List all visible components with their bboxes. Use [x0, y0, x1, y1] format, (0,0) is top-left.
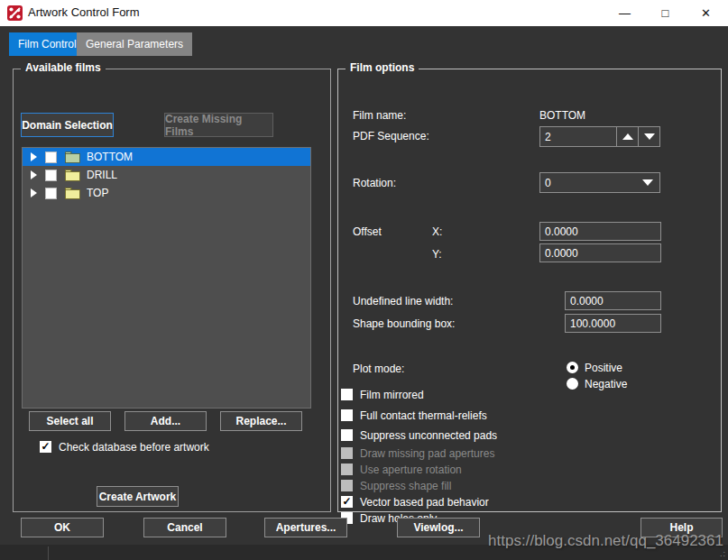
expand-arrow-icon[interactable]	[31, 188, 37, 197]
plot-mode-negative-radio[interactable]	[567, 378, 578, 390]
minimize-button[interactable]: —	[604, 0, 645, 26]
film-checkbox-bottom[interactable]	[45, 151, 57, 163]
plot-mode-label: Plot mode:	[353, 363, 404, 375]
rotation-dropdown[interactable]: 0	[539, 172, 660, 193]
rotation-label: Rotation:	[353, 177, 396, 189]
film-name-label: Film name:	[353, 109, 406, 122]
apertures-button[interactable]: Apertures...	[264, 518, 347, 537]
pdf-sequence-label: PDF Sequence:	[353, 130, 429, 142]
app-icon	[7, 5, 23, 21]
expand-arrow-icon[interactable]	[31, 152, 37, 161]
plot-mode-negative-label: Negative	[585, 378, 627, 390]
strip-divider	[48, 546, 49, 560]
available-films-group-label: Available films	[21, 61, 106, 74]
offset-y-input[interactable]: 0.0000	[539, 243, 661, 262]
plot-mode-positive-radio[interactable]	[567, 362, 578, 373]
available-films-group: Available films Domain Selection Create …	[13, 69, 331, 512]
film-row-bottom[interactable]: BOTTOM	[23, 148, 310, 166]
create-missing-films-button[interactable]: Create Missing Films	[164, 113, 273, 137]
draw-missing-pad-apertures-label: Draw missing pad apertures	[360, 447, 494, 460]
use-aperture-rotation-checkbox: ✓	[341, 464, 353, 475]
shape-bounding-box-label: Shape bounding box:	[353, 317, 455, 330]
spin-up-button[interactable]	[616, 127, 638, 146]
dropdown-arrow-icon	[642, 179, 653, 186]
vector-based-pad-behavior-label: Vector based pad behavior	[360, 496, 489, 509]
plot-mode-positive-label: Positive	[585, 362, 622, 374]
film-checkbox-drill[interactable]	[45, 170, 57, 181]
domain-selection-button[interactable]: Domain Selection	[21, 113, 114, 137]
vector-based-pad-behavior-checkbox[interactable]: ✓	[341, 496, 353, 508]
suppress-shape-fill-checkbox: ✓	[341, 480, 353, 491]
ok-button[interactable]: OK	[21, 518, 104, 537]
expand-arrow-icon[interactable]	[31, 170, 37, 179]
up-triangle-icon	[622, 133, 633, 140]
cancel-button[interactable]: Cancel	[143, 518, 226, 537]
check-icon: ✓	[41, 441, 50, 453]
use-aperture-rotation-label: Use aperture rotation	[360, 464, 462, 476]
window-title: Artwork Control Form	[28, 5, 140, 19]
film-name-value: BOTTOM	[539, 109, 585, 122]
draw-missing-pad-apertures-checkbox: ✓	[341, 447, 353, 459]
film-row-top[interactable]: TOP	[23, 184, 310, 202]
film-mirrored-label: Film mirrored	[360, 389, 424, 401]
film-checkbox-top[interactable]	[45, 188, 57, 199]
film-tree-list: BOTTOM DRILL TOP	[22, 147, 311, 409]
folder-icon	[65, 151, 80, 163]
film-label: DRILL	[87, 169, 117, 181]
pdf-sequence-spinner: 2	[539, 126, 660, 147]
tab-film-control[interactable]: Film Control	[9, 32, 86, 56]
film-mirrored-checkbox[interactable]: ✓	[341, 389, 353, 400]
check-database-label: Check database before artwork	[59, 441, 209, 454]
viewlog-button[interactable]: Viewlog...	[397, 518, 480, 537]
title-bar: Artwork Control Form — □ ✕	[0, 0, 728, 26]
offset-x-input[interactable]: 0.0000	[539, 222, 661, 241]
undefined-line-width-label: Undefined line width:	[353, 295, 453, 308]
maximize-button[interactable]: □	[645, 0, 686, 26]
resize-grip-icon: .:	[720, 549, 726, 558]
create-artwork-button[interactable]: Create Artwork	[97, 486, 179, 507]
full-contact-thermal-reliefs-checkbox[interactable]: ✓	[341, 409, 353, 421]
tab-general-parameters[interactable]: General Parameters	[77, 32, 192, 56]
rotation-value: 0	[545, 177, 551, 189]
film-label: BOTTOM	[87, 151, 133, 163]
folder-icon	[65, 170, 80, 181]
spin-down-button[interactable]	[638, 127, 659, 146]
shape-bounding-box-input[interactable]: 100.0000	[565, 314, 661, 333]
offset-label: Offset	[353, 225, 382, 238]
suppress-shape-fill-label: Suppress shape fill	[360, 480, 451, 492]
select-all-button[interactable]: Select all	[29, 411, 111, 431]
folder-icon	[65, 188, 80, 199]
down-triangle-icon	[644, 133, 655, 140]
close-button[interactable]: ✕	[686, 0, 726, 26]
suppress-unconnected-pads-label: Suppress unconnected pads	[360, 429, 497, 442]
replace-button[interactable]: Replace...	[220, 411, 302, 431]
dialog-body: Film Control General Parameters Availabl…	[0, 26, 728, 545]
offset-x-label: X:	[432, 225, 442, 238]
suppress-unconnected-pads-checkbox[interactable]: ✓	[341, 429, 353, 441]
watermark-text: https://blog.csdn.net/qq_36492361	[488, 532, 723, 550]
film-options-group-label: Film options	[346, 61, 419, 74]
check-database-checkbox[interactable]: ✓	[40, 441, 51, 453]
film-options-group: Film options Film name: BOTTOM PDF Seque…	[337, 69, 722, 512]
undefined-line-width-input[interactable]: 0.0000	[565, 291, 661, 310]
full-contact-thermal-reliefs-label: Full contact thermal-reliefs	[360, 409, 487, 422]
add-button[interactable]: Add...	[124, 411, 207, 431]
offset-y-label: Y:	[432, 248, 442, 261]
pdf-sequence-input[interactable]: 2	[540, 127, 616, 146]
film-label: TOP	[87, 187, 108, 199]
film-row-drill[interactable]: DRILL	[23, 166, 310, 184]
check-icon: ✓	[342, 496, 351, 508]
